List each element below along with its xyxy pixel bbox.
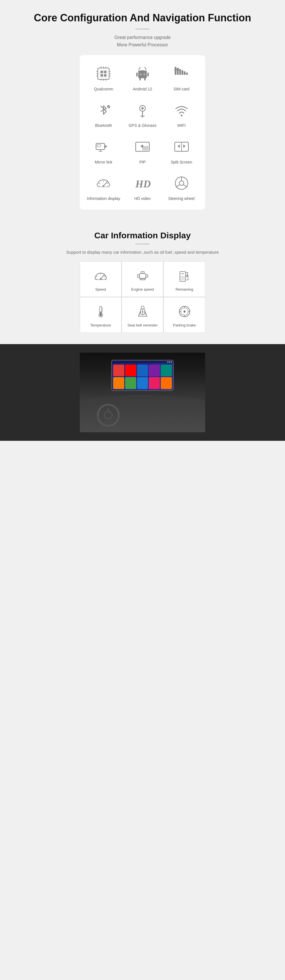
svg-rect-30 — [177, 68, 179, 75]
svg-line-67 — [101, 275, 104, 279]
car-image-section — [0, 344, 285, 441]
wifi-label: WIFI — [177, 123, 186, 128]
feature-android: Android 12 — [125, 64, 161, 92]
svg-point-86 — [186, 275, 188, 277]
car-info-subtitle: Support to display many car infomration … — [6, 249, 279, 256]
svg-rect-75 — [138, 275, 139, 277]
svg-rect-3 — [104, 71, 106, 73]
speed-icon — [92, 267, 109, 285]
engine-label: Engine speed — [131, 287, 154, 292]
svg-point-26 — [140, 74, 141, 75]
feature-pip: PIP — [125, 137, 161, 165]
seatbelt-label: Seat belt reminder — [127, 323, 158, 328]
page-wrapper: Core Configuration And Navigation Functi… — [0, 0, 285, 441]
android-label: Android 12 — [133, 86, 152, 92]
svg-rect-90 — [100, 312, 101, 315]
feature-hdvideo: HD HD video — [125, 173, 161, 201]
svg-rect-31 — [179, 69, 181, 75]
svg-line-53 — [104, 181, 107, 186]
svg-rect-5 — [104, 74, 106, 76]
android-ui — [112, 361, 173, 390]
infodisplay-icon — [93, 173, 114, 193]
svg-rect-46 — [142, 146, 148, 150]
svg-point-99 — [183, 310, 185, 313]
speed-label: Speed — [95, 287, 106, 292]
subtitle-line1: Great performance upgrade — [114, 35, 170, 40]
bluetooth-icon — [93, 100, 114, 120]
engine-icon — [134, 267, 151, 285]
svg-marker-41 — [105, 145, 107, 148]
svg-line-69 — [96, 277, 97, 277]
pip-icon — [133, 137, 152, 157]
app-7 — [125, 377, 136, 389]
thermometer-icon — [92, 303, 109, 320]
feature-splitscreen: Split Screen — [163, 137, 200, 165]
subtitle: Great performance upgrade More Powerful … — [6, 34, 279, 48]
feature-steering: Steering wheel — [163, 173, 200, 201]
svg-rect-2 — [101, 71, 103, 73]
seatbelt-icon — [134, 303, 151, 320]
status-dot-3 — [171, 361, 172, 363]
wifi-icon — [171, 100, 192, 120]
steering-wheel-shape — [97, 404, 120, 426]
page-title: Core Configuration And Navigation Functi… — [6, 11, 279, 24]
svg-marker-50 — [178, 145, 180, 148]
feature-bluetooth: Bluetooth — [85, 100, 122, 128]
car-interior — [80, 353, 205, 432]
svg-rect-22 — [136, 73, 138, 76]
feature-infodisplay: Information display — [85, 173, 122, 201]
svg-marker-51 — [183, 145, 186, 148]
android-icon — [133, 64, 152, 84]
svg-point-62 — [179, 181, 184, 185]
hdvideo-icon: HD — [133, 173, 152, 193]
svg-rect-21 — [144, 78, 146, 81]
app-1 — [113, 364, 124, 377]
status-dot-2 — [169, 361, 170, 363]
svg-rect-33 — [184, 72, 186, 75]
info-parkingbrake: Parking brake — [164, 298, 205, 332]
info-engine: Engine speed — [122, 262, 163, 297]
svg-text:HD: HD — [135, 178, 151, 190]
splitscreen-label: Split Screen — [171, 159, 192, 165]
svg-line-65 — [184, 185, 187, 187]
svg-rect-32 — [181, 70, 183, 75]
info-seatbelt: Seat belt reminder — [122, 298, 163, 332]
svg-marker-47 — [140, 145, 143, 148]
svg-rect-1 — [99, 70, 107, 78]
info-grid-wrapper: Speed — [80, 261, 205, 333]
infodisplay-label: Information display — [87, 196, 120, 201]
svg-rect-74 — [139, 274, 146, 279]
svg-rect-34 — [186, 73, 188, 75]
remaining-label: Remaining — [176, 287, 193, 292]
svg-line-57 — [107, 183, 108, 184]
svg-rect-76 — [146, 275, 147, 277]
gps-label: GPS & Glonass — [128, 123, 157, 128]
screen-bezel — [111, 360, 174, 391]
mirrorlink-icon — [93, 137, 114, 157]
info-grid: Speed — [80, 261, 205, 333]
svg-point-39 — [181, 115, 183, 116]
svg-line-24 — [139, 67, 140, 70]
fuel-icon — [176, 267, 193, 285]
feature-wifi: WIFI — [163, 100, 200, 128]
steering-icon — [171, 173, 192, 193]
svg-rect-84 — [180, 276, 185, 281]
app-grid — [112, 363, 173, 390]
svg-line-64 — [176, 185, 179, 187]
parkingbrake-label: Parking brake — [173, 323, 196, 328]
feature-card: Qualcomm — [80, 55, 205, 210]
bluetooth-label: Bluetooth — [95, 123, 112, 128]
qualcomm-label: Qualcomm — [94, 86, 113, 92]
gps-icon — [133, 100, 152, 120]
svg-rect-29 — [175, 67, 176, 75]
temperature-label: Temperature — [90, 323, 111, 328]
app-2 — [125, 364, 136, 377]
feature-qualcomm: Qualcomm — [85, 64, 122, 92]
app-9 — [149, 377, 160, 389]
app-4 — [149, 364, 160, 377]
info-remaining: Remaining — [164, 262, 205, 297]
subtitle-line2: More Powerful Processor — [117, 42, 168, 47]
svg-rect-42 — [97, 145, 101, 147]
svg-rect-4 — [101, 74, 103, 76]
feature-grid: Qualcomm — [85, 64, 200, 201]
